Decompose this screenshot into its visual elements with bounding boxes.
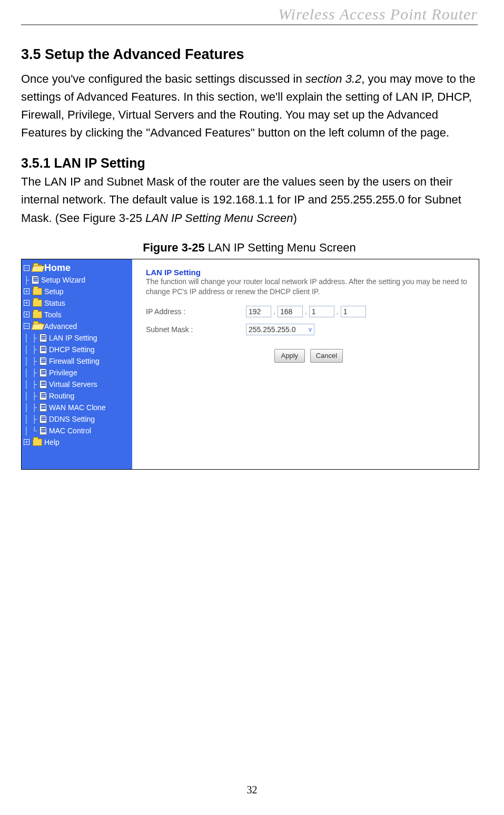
tree-dhcp-setting[interactable]: │ ├ DHCP Setting	[24, 344, 130, 355]
tree-mac-control[interactable]: │ └ MAC Control	[24, 425, 130, 436]
tree-label: Virtual Servers	[49, 380, 97, 389]
heading-3-5: 3.5 Setup the Advanced Features	[21, 46, 478, 63]
tree-label: WAN MAC Clone	[49, 403, 106, 412]
tree-line-icon: │	[24, 403, 29, 412]
page-icon	[39, 380, 47, 389]
figure-screenshot: − Home ├ Setup Wizard + Setup + Status +	[21, 259, 479, 470]
page-icon	[39, 368, 47, 377]
tree-line-icon: ├	[24, 276, 29, 284]
tree-line-icon: │	[24, 357, 29, 365]
tree-setup-wizard[interactable]: ├ Setup Wizard	[24, 274, 130, 286]
tree-line-icon: ├	[32, 345, 37, 354]
figure-title: LAN IP Setting Menu Screen	[205, 241, 356, 254]
page-icon	[39, 426, 47, 435]
tree-label: Home	[44, 263, 71, 274]
tree-status[interactable]: + Status	[24, 297, 130, 309]
tree-ddns-setting[interactable]: │ ├ DDNS Setting	[24, 413, 130, 425]
subnet-mask-label: Subnet Mask :	[146, 325, 246, 334]
ip-octet-4-input[interactable]: 1	[341, 306, 366, 317]
tree-line-icon: │	[24, 380, 29, 389]
subnet-mask-row: Subnet Mask : 255.255.255.0 v	[146, 324, 471, 335]
folder-open-icon	[33, 323, 42, 330]
tree-help[interactable]: + Help	[24, 436, 130, 448]
tree-label: MAC Control	[49, 426, 91, 435]
tree-routing[interactable]: │ ├ Routing	[24, 390, 130, 402]
tree-line-icon: │	[24, 345, 29, 354]
heading-3-5-1: 3.5.1 LAN IP Setting	[21, 156, 478, 171]
folder-icon	[33, 439, 42, 446]
ip-octet-1-input[interactable]: 192	[246, 306, 271, 317]
folder-icon	[33, 299, 42, 307]
tree-wan-mac-clone[interactable]: │ ├ WAN MAC Clone	[24, 402, 130, 413]
panel-title: LAN IP Setting	[146, 268, 471, 277]
content-pane: LAN IP Setting The function will change …	[132, 259, 479, 469]
tree-label: Tools	[44, 311, 62, 319]
collapse-icon[interactable]: −	[24, 323, 29, 329]
ip-address-row: IP Address : 192 . 168 . 1 . 1	[146, 306, 471, 317]
tree-label: Status	[44, 299, 65, 307]
para-3-5-1: The LAN IP and Subnet Mask of the router…	[21, 173, 478, 227]
ip-address-label: IP Address :	[146, 307, 246, 316]
tree-line-icon: ├	[32, 403, 37, 412]
ip-octet-3-input[interactable]: 1	[309, 306, 334, 317]
text-italic: LAN IP Setting Menu Screen	[145, 211, 293, 225]
running-header: Wireless Access Point Router	[21, 5, 478, 25]
folder-icon	[33, 311, 42, 318]
subnet-mask-select[interactable]: 255.255.255.0 v	[246, 324, 314, 335]
ip-octet-2-input[interactable]: 168	[278, 306, 303, 317]
tree-label: Help	[44, 438, 60, 447]
page-icon	[39, 334, 47, 342]
tree-line-icon: │	[24, 426, 29, 435]
para-3-5: Once you've configured the basic setting…	[21, 70, 478, 142]
tree-label: DHCP Setting	[49, 345, 95, 354]
tree-line-icon: ├	[32, 334, 37, 342]
tree-advanced[interactable]: − Advanced	[24, 321, 130, 332]
dot: .	[337, 307, 339, 316]
tree-firewall-setting[interactable]: │ ├ Firewall Setting	[24, 355, 130, 367]
select-value: 255.255.255.0	[249, 325, 296, 334]
tree-line-icon: │	[24, 392, 29, 400]
expand-icon[interactable]: +	[24, 300, 29, 306]
figure-label: Figure 3-25	[143, 241, 204, 254]
cancel-button[interactable]: Cancel	[310, 349, 343, 363]
chevron-down-icon: v	[309, 326, 312, 333]
tree-line-icon: ├	[32, 415, 37, 423]
page-number: 32	[0, 784, 504, 796]
tree-home[interactable]: − Home	[24, 263, 130, 274]
tree-lan-ip-setting[interactable]: │ ├ LAN IP Setting	[24, 332, 130, 344]
tree-setup[interactable]: + Setup	[24, 286, 130, 297]
dot: .	[305, 307, 307, 316]
tree-label: Setup Wizard	[41, 276, 85, 284]
figure-caption: Figure 3-25 LAN IP Setting Menu Screen	[21, 241, 478, 255]
tree-line-icon: │	[24, 415, 29, 423]
page-icon	[39, 345, 47, 354]
text: Once you've configured the basic setting…	[21, 72, 305, 85]
tree-line-icon: └	[32, 426, 37, 435]
tree-line-icon: │	[24, 334, 29, 342]
tree-privilege[interactable]: │ ├ Privilege	[24, 367, 130, 379]
tree-label: LAN IP Setting	[49, 334, 97, 342]
nav-tree: − Home ├ Setup Wizard + Setup + Status +	[22, 259, 132, 469]
collapse-icon[interactable]: −	[24, 265, 29, 271]
page-icon	[39, 392, 47, 400]
expand-icon[interactable]: +	[24, 439, 29, 445]
page-icon	[39, 357, 47, 365]
tree-label: DDNS Setting	[49, 415, 95, 423]
tree-label: Setup	[44, 287, 64, 296]
text: )	[293, 211, 297, 225]
page-icon	[39, 403, 47, 412]
dot: .	[273, 307, 275, 316]
tree-label: Firewall Setting	[49, 357, 100, 365]
apply-button[interactable]: Apply	[274, 349, 305, 363]
tree-label: Routing	[49, 392, 74, 400]
tree-virtual-servers[interactable]: │ ├ Virtual Servers	[24, 379, 130, 390]
button-row: Apply Cancel	[146, 349, 471, 363]
folder-open-icon	[33, 265, 42, 272]
tree-line-icon: ├	[32, 380, 37, 389]
tree-line-icon: ├	[32, 357, 37, 365]
expand-icon[interactable]: +	[24, 312, 29, 317]
panel-description: The function will change your router loc…	[146, 277, 471, 297]
tree-line-icon: ├	[32, 392, 37, 400]
tree-tools[interactable]: + Tools	[24, 309, 130, 321]
expand-icon[interactable]: +	[24, 288, 29, 294]
